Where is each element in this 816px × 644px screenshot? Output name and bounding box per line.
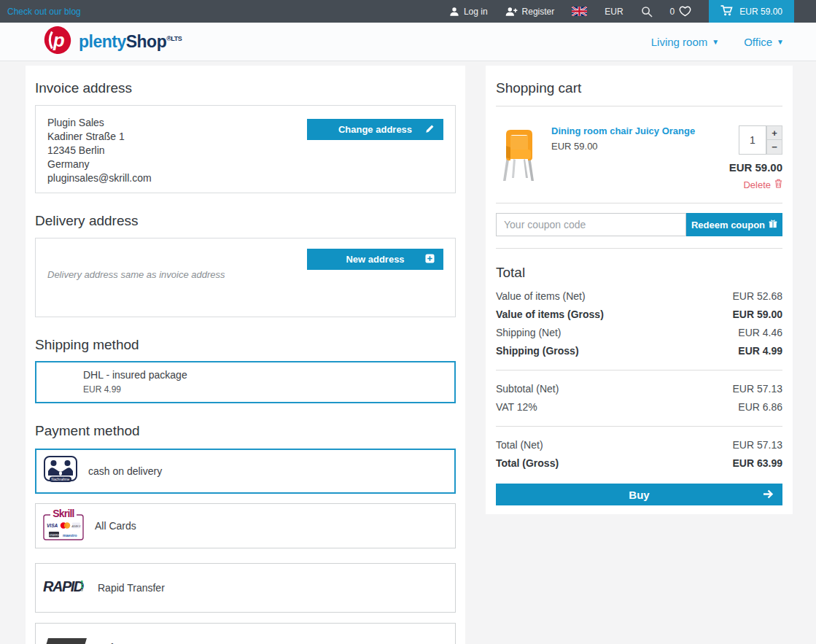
header: p plentyShop®LTS Living room ▼ Office ▼ (0, 23, 816, 61)
payment-option-all-cards[interactable]: SkrillVISAAMEXDINERSmaestro All Cards (35, 503, 456, 548)
total-row: Value of items (Gross)EUR 59.00 (496, 305, 782, 323)
shopping-cart-panel: Shopping cart Dining room chair Juicy Or… (486, 66, 793, 514)
delivery-note: Delivery address same as invoice address (47, 269, 225, 280)
nachnahme-logo: Nachnahme (44, 456, 77, 486)
cart-item-info: Dining room chair Juicy Orange EUR 59.00 (551, 125, 708, 190)
language-switcher[interactable] (572, 7, 587, 16)
gift-icon (769, 220, 777, 230)
total-row: Value of items (Net)EUR 52.68 (496, 287, 782, 305)
invoice-email: pluginsales@skrill.com (47, 171, 443, 185)
nav-office[interactable]: Office ▼ (744, 36, 784, 48)
delivery-address-panel: Delivery address same as invoice address… (35, 238, 456, 317)
uk-flag-icon (572, 7, 587, 16)
cart-item-row: Dining room chair Juicy Orange EUR 59.00… (496, 125, 782, 190)
currency-switcher[interactable]: EUR (605, 7, 623, 17)
divider (496, 426, 782, 427)
cart-title: Shopping cart (496, 80, 782, 96)
quantity-input[interactable] (739, 125, 766, 155)
topbar: Check out our blog Log in Register EUR 0… (0, 0, 816, 23)
divider (496, 203, 782, 203)
svg-text:RAPID: RAPID (43, 578, 84, 594)
user-icon (449, 7, 459, 17)
blog-link[interactable]: Check out our blog (7, 7, 81, 17)
topbar-right: Log in Register EUR 0 EUR 59.00 (449, 0, 816, 23)
divider (496, 248, 782, 249)
sofort-logo: SOFORT (43, 637, 87, 644)
buy-button[interactable]: Buy (496, 484, 782, 505)
new-address-button[interactable]: New address (307, 249, 443, 270)
shop-logo[interactable]: p plentyShop®LTS (42, 26, 182, 58)
item-total-price: EUR 59.00 (729, 161, 782, 174)
product-image-chair[interactable] (496, 125, 543, 190)
invoice-address-title: Invoice address (35, 80, 456, 96)
cart-icon (720, 5, 733, 18)
total-row: Shipping (Net)EUR 4.46 (496, 323, 782, 341)
register-button[interactable]: Register (505, 7, 555, 17)
payment-option-cash-on-delivery[interactable]: Nachnahme cash on delivery (35, 449, 456, 494)
svg-text:DINERS: DINERS (48, 533, 60, 537)
plus-square-icon (425, 254, 435, 265)
chevron-down-icon: ▼ (712, 38, 719, 46)
plentyshop-logo-icon: p (42, 26, 73, 58)
delete-item-button[interactable]: Delete (743, 179, 782, 190)
invoice-country: Germany (47, 158, 443, 171)
nav-living-room[interactable]: Living room ▼ (651, 36, 719, 48)
svg-text:Skrill: Skrill (53, 508, 74, 519)
coupon-section: Redeem coupon (496, 213, 782, 236)
search-button[interactable] (641, 6, 653, 18)
cart-item-controls: + − EUR 59.00 Delete (729, 125, 782, 190)
coupon-code-input[interactable] (496, 213, 686, 236)
totals-rows: Value of items (Net)EUR 52.68 Value of i… (486, 287, 793, 472)
wishlist-button[interactable]: 0 (670, 6, 692, 17)
invoice-address-panel: Plugin Sales Kadiner Straße 1 12345 Berl… (35, 105, 456, 193)
total-row: VAT 12%EUR 6.86 (496, 397, 782, 416)
product-unit-price: EUR 59.00 (551, 141, 708, 152)
logo-text: plentyShop®LTS (79, 32, 182, 52)
heart-icon (679, 6, 691, 17)
product-name-link[interactable]: Dining room chair Juicy Orange (551, 125, 708, 137)
checkout-panel: Invoice address Plugin Sales Kadiner Str… (26, 66, 465, 644)
total-row: Shipping (Gross)EUR 4.99 (496, 341, 782, 360)
total-row: Total (Gross)EUR 63.99 (496, 454, 782, 472)
login-button[interactable]: Log in (449, 7, 488, 17)
quantity-stepper: + − (739, 125, 782, 155)
quantity-increase-button[interactable]: + (766, 125, 782, 140)
divider (496, 106, 782, 106)
invoice-city: 12345 Berlin (47, 144, 443, 158)
chevron-down-icon: ▼ (777, 38, 784, 46)
skrill-logo: SkrillVISAAMEXDINERSmaestro (43, 508, 84, 544)
quantity-decrease-button[interactable]: − (766, 140, 782, 155)
change-address-button[interactable]: Change address (307, 119, 443, 140)
trash-icon (774, 179, 782, 190)
payment-option-sofort[interactable]: SOFORT Sofort (35, 623, 456, 644)
shipping-method-title: Shipping method (35, 337, 456, 353)
cart-button[interactable]: EUR 59.00 (709, 0, 794, 23)
redeem-coupon-button[interactable]: Redeem coupon (686, 213, 782, 236)
total-row: Subtotal (Net)EUR 57.13 (496, 379, 782, 397)
payment-method-title: Payment method (35, 423, 456, 439)
user-plus-icon (505, 7, 518, 17)
svg-text:AMEX: AMEX (71, 524, 82, 528)
search-icon (641, 6, 653, 18)
delivery-address-title: Delivery address (35, 213, 456, 229)
pencil-icon (425, 124, 435, 136)
totals-title: Total (496, 265, 782, 281)
total-row: Total (Net)EUR 57.13 (496, 435, 782, 454)
main-nav: Living room ▼ Office ▼ (651, 36, 784, 48)
shipping-option-dhl[interactable]: DHL - insured package EUR 4.99 (35, 361, 456, 403)
svg-text:maestro: maestro (63, 533, 77, 538)
svg-text:Nachnahme: Nachnahme (52, 478, 70, 481)
svg-text:p: p (53, 30, 65, 50)
rapid-transfer-logo: RAPID (43, 574, 87, 602)
svg-text:VISA: VISA (47, 523, 58, 528)
payment-option-rapid-transfer[interactable]: RAPID Rapid Transfer (35, 563, 456, 613)
divider (496, 370, 782, 371)
